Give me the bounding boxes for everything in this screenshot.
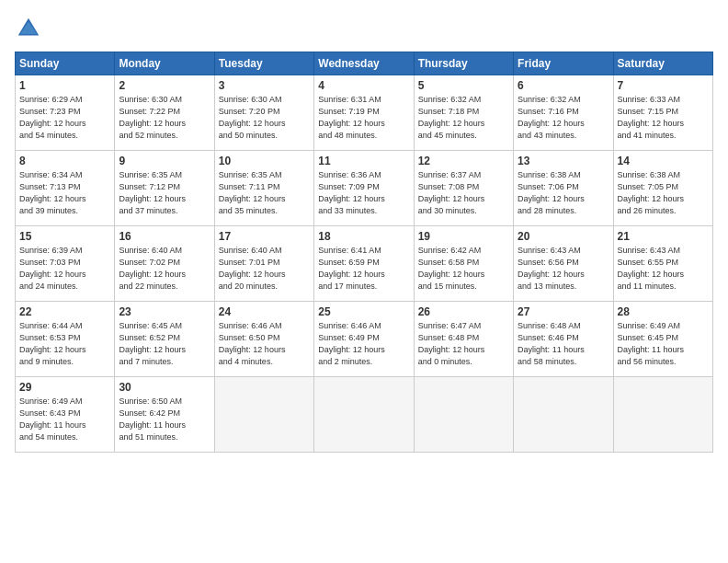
calendar-cell: 1Sunrise: 6:29 AM Sunset: 7:23 PM Daylig… — [16, 75, 115, 151]
day-detail: Sunrise: 6:29 AM Sunset: 7:23 PM Dayligh… — [19, 94, 110, 142]
calendar-cell: 16Sunrise: 6:40 AM Sunset: 7:02 PM Dayli… — [115, 226, 214, 302]
calendar-cell: 26Sunrise: 6:47 AM Sunset: 6:48 PM Dayli… — [414, 302, 513, 377]
day-number: 24 — [219, 305, 310, 318]
calendar-cell: 19Sunrise: 6:42 AM Sunset: 6:58 PM Dayli… — [414, 226, 513, 302]
day-header-friday: Friday — [514, 52, 613, 75]
day-detail: Sunrise: 6:46 AM Sunset: 6:50 PM Dayligh… — [219, 320, 310, 368]
day-detail: Sunrise: 6:49 AM Sunset: 6:43 PM Dayligh… — [19, 396, 110, 443]
calendar-cell: 3Sunrise: 6:30 AM Sunset: 7:20 PM Daylig… — [214, 75, 313, 151]
day-detail: Sunrise: 6:35 AM Sunset: 7:11 PM Dayligh… — [219, 169, 310, 217]
day-detail: Sunrise: 6:47 AM Sunset: 6:48 PM Dayligh… — [418, 320, 509, 368]
calendar-cell: 12Sunrise: 6:37 AM Sunset: 7:08 PM Dayli… — [414, 151, 513, 226]
calendar-cell — [514, 377, 613, 453]
calendar-cell: 27Sunrise: 6:48 AM Sunset: 6:46 PM Dayli… — [514, 302, 613, 377]
day-number: 27 — [518, 305, 609, 318]
calendar-cell: 10Sunrise: 6:35 AM Sunset: 7:11 PM Dayli… — [214, 151, 313, 226]
day-detail: Sunrise: 6:40 AM Sunset: 7:01 PM Dayligh… — [219, 245, 310, 293]
day-header-thursday: Thursday — [414, 52, 513, 75]
day-detail: Sunrise: 6:43 AM Sunset: 6:56 PM Dayligh… — [518, 245, 609, 293]
calendar-cell: 23Sunrise: 6:45 AM Sunset: 6:52 PM Dayli… — [115, 302, 214, 377]
day-number: 8 — [19, 155, 110, 167]
day-number: 9 — [119, 155, 210, 167]
calendar-cell — [613, 377, 712, 453]
day-number: 19 — [418, 230, 509, 243]
day-detail: Sunrise: 6:36 AM Sunset: 7:09 PM Dayligh… — [318, 169, 409, 217]
day-detail: Sunrise: 6:43 AM Sunset: 6:55 PM Dayligh… — [618, 245, 709, 293]
calendar-cell: 11Sunrise: 6:36 AM Sunset: 7:09 PM Dayli… — [314, 151, 414, 226]
day-number: 3 — [219, 79, 310, 92]
calendar-cell: 18Sunrise: 6:41 AM Sunset: 6:59 PM Dayli… — [314, 226, 414, 302]
calendar-cell: 4Sunrise: 6:31 AM Sunset: 7:19 PM Daylig… — [314, 75, 414, 151]
day-detail: Sunrise: 6:45 AM Sunset: 6:52 PM Dayligh… — [119, 320, 210, 368]
calendar-cell: 8Sunrise: 6:34 AM Sunset: 7:13 PM Daylig… — [16, 151, 115, 226]
day-header-saturday: Saturday — [613, 52, 712, 75]
day-detail: Sunrise: 6:32 AM Sunset: 7:16 PM Dayligh… — [518, 94, 609, 142]
calendar-cell: 25Sunrise: 6:46 AM Sunset: 6:49 PM Dayli… — [314, 302, 414, 377]
day-number: 14 — [618, 155, 709, 167]
day-number: 4 — [318, 79, 409, 92]
day-header-tuesday: Tuesday — [214, 52, 313, 75]
day-number: 2 — [119, 79, 210, 92]
day-detail: Sunrise: 6:35 AM Sunset: 7:12 PM Dayligh… — [119, 169, 210, 217]
day-detail: Sunrise: 6:34 AM Sunset: 7:13 PM Dayligh… — [19, 169, 110, 217]
calendar-cell: 13Sunrise: 6:38 AM Sunset: 7:06 PM Dayli… — [514, 151, 613, 226]
day-number: 26 — [418, 305, 509, 318]
logo-icon — [15, 15, 42, 42]
day-number: 12 — [418, 155, 509, 167]
day-detail: Sunrise: 6:37 AM Sunset: 7:08 PM Dayligh… — [418, 169, 509, 217]
day-number: 6 — [518, 79, 609, 92]
day-number: 13 — [518, 155, 609, 167]
day-number: 7 — [618, 79, 709, 92]
day-detail: Sunrise: 6:44 AM Sunset: 6:53 PM Dayligh… — [19, 320, 110, 368]
calendar-week-0: 1Sunrise: 6:29 AM Sunset: 7:23 PM Daylig… — [16, 75, 713, 151]
calendar-cell: 6Sunrise: 6:32 AM Sunset: 7:16 PM Daylig… — [514, 75, 613, 151]
day-detail: Sunrise: 6:49 AM Sunset: 6:45 PM Dayligh… — [618, 320, 709, 368]
calendar-cell: 15Sunrise: 6:39 AM Sunset: 7:03 PM Dayli… — [16, 226, 115, 302]
day-detail: Sunrise: 6:40 AM Sunset: 7:02 PM Dayligh… — [119, 245, 210, 293]
day-number: 29 — [19, 381, 110, 394]
calendar-cell — [414, 377, 513, 453]
calendar-cell: 28Sunrise: 6:49 AM Sunset: 6:45 PM Dayli… — [613, 302, 712, 377]
calendar-cell: 22Sunrise: 6:44 AM Sunset: 6:53 PM Dayli… — [16, 302, 115, 377]
calendar-cell: 21Sunrise: 6:43 AM Sunset: 6:55 PM Dayli… — [613, 226, 712, 302]
calendar-week-4: 29Sunrise: 6:49 AM Sunset: 6:43 PM Dayli… — [16, 377, 713, 453]
day-detail: Sunrise: 6:30 AM Sunset: 7:20 PM Dayligh… — [219, 94, 310, 142]
calendar-cell: 17Sunrise: 6:40 AM Sunset: 7:01 PM Dayli… — [214, 226, 313, 302]
day-number: 1 — [19, 79, 110, 92]
day-detail: Sunrise: 6:38 AM Sunset: 7:05 PM Dayligh… — [618, 169, 709, 217]
calendar-cell — [314, 377, 414, 453]
day-number: 28 — [618, 305, 709, 318]
day-detail: Sunrise: 6:41 AM Sunset: 6:59 PM Dayligh… — [318, 245, 409, 293]
day-detail: Sunrise: 6:50 AM Sunset: 6:42 PM Dayligh… — [119, 396, 210, 443]
day-header-sunday: Sunday — [16, 52, 115, 75]
day-number: 17 — [219, 230, 310, 243]
day-number: 25 — [318, 305, 409, 318]
day-number: 18 — [318, 230, 409, 243]
day-number: 20 — [518, 230, 609, 243]
calendar-week-3: 22Sunrise: 6:44 AM Sunset: 6:53 PM Dayli… — [16, 302, 713, 377]
calendar-cell: 14Sunrise: 6:38 AM Sunset: 7:05 PM Dayli… — [613, 151, 712, 226]
day-detail: Sunrise: 6:30 AM Sunset: 7:22 PM Dayligh… — [119, 94, 210, 142]
day-number: 21 — [618, 230, 709, 243]
calendar: SundayMondayTuesdayWednesdayThursdayFrid… — [15, 52, 713, 453]
day-detail: Sunrise: 6:38 AM Sunset: 7:06 PM Dayligh… — [518, 169, 609, 217]
day-number: 10 — [219, 155, 310, 167]
day-header-wednesday: Wednesday — [314, 52, 414, 75]
calendar-cell: 30Sunrise: 6:50 AM Sunset: 6:42 PM Dayli… — [115, 377, 214, 453]
day-detail: Sunrise: 6:42 AM Sunset: 6:58 PM Dayligh… — [418, 245, 509, 293]
day-detail: Sunrise: 6:32 AM Sunset: 7:18 PM Dayligh… — [418, 94, 509, 142]
logo — [15, 15, 46, 42]
calendar-cell: 9Sunrise: 6:35 AM Sunset: 7:12 PM Daylig… — [115, 151, 214, 226]
day-number: 5 — [418, 79, 509, 92]
calendar-cell: 29Sunrise: 6:49 AM Sunset: 6:43 PM Dayli… — [16, 377, 115, 453]
calendar-cell: 2Sunrise: 6:30 AM Sunset: 7:22 PM Daylig… — [115, 75, 214, 151]
calendar-cell — [214, 377, 313, 453]
day-number: 30 — [119, 381, 210, 394]
day-detail: Sunrise: 6:31 AM Sunset: 7:19 PM Dayligh… — [318, 94, 409, 142]
day-detail: Sunrise: 6:46 AM Sunset: 6:49 PM Dayligh… — [318, 320, 409, 368]
calendar-cell: 24Sunrise: 6:46 AM Sunset: 6:50 PM Dayli… — [214, 302, 313, 377]
calendar-week-1: 8Sunrise: 6:34 AM Sunset: 7:13 PM Daylig… — [16, 151, 713, 226]
calendar-cell: 7Sunrise: 6:33 AM Sunset: 7:15 PM Daylig… — [613, 75, 712, 151]
day-number: 15 — [19, 230, 110, 243]
calendar-cell: 5Sunrise: 6:32 AM Sunset: 7:18 PM Daylig… — [414, 75, 513, 151]
